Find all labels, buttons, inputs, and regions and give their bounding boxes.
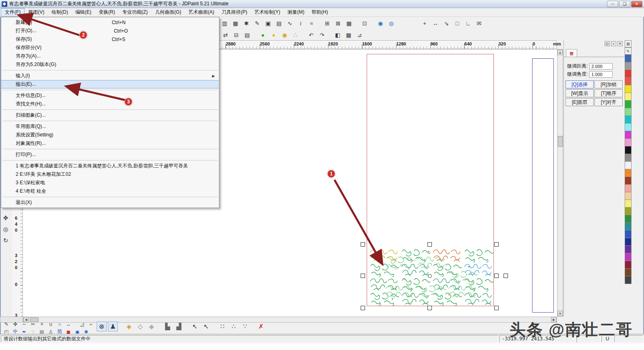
palette-color-swatch[interactable]: [625, 108, 632, 116]
refresh-view-icon[interactable]: ↻: [1, 236, 10, 245]
menubar-item-file[interactable]: 文件(F): [1, 8, 25, 16]
maximize-button[interactable]: ❑: [619, 1, 630, 7]
snap-grid-icon[interactable]: ∵: [240, 321, 250, 331]
file-menu-item[interactable]: [2, 109, 218, 110]
dock-pin-icon[interactable]: ▪: [611, 41, 616, 46]
reverse-curve-icon[interactable]: ↔: [64, 321, 72, 327]
nudge-distance-input[interactable]: 2.000: [589, 63, 613, 70]
display-button[interactable]: [W]显示: [566, 89, 594, 97]
snap-node-icon[interactable]: ∷: [217, 321, 227, 331]
shield-icon[interactable]: ◍: [386, 19, 396, 28]
palette-color-swatch[interactable]: [625, 55, 632, 62]
file-menu-recent-1[interactable]: 1 有志者事竟成破釜沉舟百二秦关终属楚苦心人,天不负,卧薪尝胆,三千越甲可吞吴: [1, 162, 219, 170]
delete-red-icon[interactable]: ✗: [256, 321, 266, 331]
align-steps-left-icon[interactable]: ▙: [163, 321, 173, 331]
file-menu-item[interactable]: [2, 121, 218, 121]
annotation-balloon-icon[interactable]: ✉: [474, 19, 484, 28]
palette-color-swatch[interactable]: [625, 169, 632, 177]
cell-table-icon[interactable]: ▦: [344, 19, 354, 28]
file-menu-open[interactable]: 打开(O)... Ctrl+O: [1, 27, 219, 35]
redo-view-icon[interactable]: ↷: [317, 30, 327, 40]
region-select-icon[interactable]: □: [452, 19, 462, 28]
palette-color-swatch[interactable]: [625, 62, 632, 70]
swap-axes-icon[interactable]: ⇄: [221, 30, 230, 40]
file-menu-recent-4[interactable]: 4 E:\奇旺 桂全: [1, 187, 219, 196]
layout-panel-icon[interactable]: ▤: [242, 30, 252, 40]
node-edit-icon[interactable]: ✜: [11, 321, 19, 327]
layer-button[interactable]: [E]图层: [566, 98, 594, 106]
menubar-item-art-surface[interactable]: 艺术曲面(A): [185, 8, 218, 16]
file-menu-print[interactable]: 打印(P)...: [1, 150, 219, 159]
file-menu-system-settings[interactable]: 系统设置(Setting): [1, 131, 219, 139]
palette-color-swatch[interactable]: [625, 269, 632, 276]
menubar-item-measure[interactable]: 测量(M): [284, 8, 308, 16]
file-menu-item[interactable]: [2, 197, 218, 197]
artwork-scribble-text[interactable]: [368, 247, 496, 308]
file-menu-recent-2[interactable]: 2 E:\环美 实木雕花加工02: [1, 170, 219, 179]
panel-tab-grid-icon[interactable]: ▦: [566, 49, 577, 57]
palette-color-swatch[interactable]: [625, 276, 632, 284]
render-ball-green-icon[interactable]: ●: [258, 30, 268, 40]
palette-color-swatch[interactable]: [625, 101, 632, 108]
crosshair-icon[interactable]: +: [420, 19, 429, 28]
pattern-tool-icon[interactable]: ▥: [220, 19, 229, 28]
blue-sphere-icon[interactable]: ◉: [376, 19, 385, 28]
selection-handle[interactable]: [361, 274, 365, 278]
file-menu-save[interactable]: 保存(S) Ctrl+S: [1, 35, 219, 43]
smooth-curve-icon[interactable]: ∼: [20, 321, 28, 327]
palette-color-swatch[interactable]: [625, 215, 632, 223]
file-menu-save-part[interactable]: 保存部分(V): [1, 43, 219, 52]
mesh-grid-icon[interactable]: ▤: [274, 19, 284, 28]
select-mode-button[interactable]: [Q]选择: [566, 80, 594, 89]
selection-handle[interactable]: [361, 306, 365, 310]
menubar-item-view[interactable]: 视图(V): [25, 8, 48, 16]
grid-plus-icon[interactable]: ⊞: [322, 19, 332, 28]
snap-corner-icon[interactable]: ⇘: [442, 19, 451, 28]
scissors-icon[interactable]: ✂: [29, 321, 37, 327]
selection-handle[interactable]: [494, 242, 499, 247]
palette-color-swatch[interactable]: [625, 253, 632, 261]
selection-handle[interactable]: [504, 274, 508, 278]
palette-color-swatch[interactable]: [625, 231, 632, 238]
menubar-item-edit[interactable]: 编辑(E): [72, 8, 95, 16]
palette-color-swatch[interactable]: [625, 93, 632, 101]
palette-color-swatch[interactable]: [625, 208, 632, 215]
overlay-cells-icon[interactable]: ⊡: [360, 19, 369, 28]
file-menu-recent-3[interactable]: 3 E:\深松家电: [1, 179, 219, 187]
iso-cube-icon[interactable]: ◧: [333, 30, 343, 40]
weld-tool-icon[interactable]: ⊗: [97, 321, 107, 331]
pick-arrow-plus-icon[interactable]: ↖: [201, 321, 211, 331]
close-button[interactable]: ✕: [631, 1, 642, 7]
file-menu-save-as-520[interactable]: 另存为5.20版本(G): [1, 60, 219, 69]
order-button[interactable]: [T]顺序: [594, 89, 623, 97]
menubar-item-draw[interactable]: 绘制(D): [48, 8, 72, 16]
copy-params-icon[interactable]: ⊟: [231, 30, 241, 40]
scroll-down-icon[interactable]: ▼: [557, 311, 563, 316]
dock-close-icon[interactable]: ✕: [617, 41, 623, 46]
file-menu-file-info[interactable]: 文件信息(D)...: [1, 91, 219, 100]
undo-view-icon[interactable]: ↶: [306, 30, 316, 40]
selection-handle[interactable]: [427, 306, 432, 310]
menubar-item-geometric-surface[interactable]: 几何曲面(G): [151, 8, 185, 16]
measure-ruler-icon[interactable]: ⊿: [355, 30, 364, 40]
palette-color-swatch[interactable]: [625, 139, 632, 146]
palette-color-swatch[interactable]: [625, 154, 632, 162]
close-curve-icon[interactable]: ○: [56, 321, 64, 327]
snap-mid-icon[interactable]: ∴: [229, 321, 239, 331]
selection-handle[interactable]: [494, 274, 499, 278]
palette-color-swatch[interactable]: [625, 261, 632, 269]
menubar-item-toolpath[interactable]: 刀具路径(P): [218, 8, 251, 16]
file-menu-item[interactable]: [2, 149, 218, 149]
render-ball-yellow-icon[interactable]: ●: [269, 30, 279, 40]
file-menu-scan-image[interactable]: 扫描图象(C)...: [1, 111, 219, 119]
palette-color-swatch[interactable]: [625, 177, 632, 185]
pen-node-icon[interactable]: ✎: [2, 321, 10, 327]
settings-gear-icon[interactable]: ✱: [242, 19, 251, 28]
pick-ball-icon[interactable]: ◉: [280, 30, 289, 40]
selection-handle[interactable]: [361, 242, 365, 247]
menubar-item-help[interactable]: 帮助(H): [308, 8, 332, 16]
palette-color-swatch[interactable]: [625, 85, 632, 93]
file-menu-item[interactable]: [2, 70, 218, 70]
multi-ball-icon[interactable]: ∴: [291, 30, 300, 40]
file-menu-item[interactable]: [2, 90, 218, 90]
